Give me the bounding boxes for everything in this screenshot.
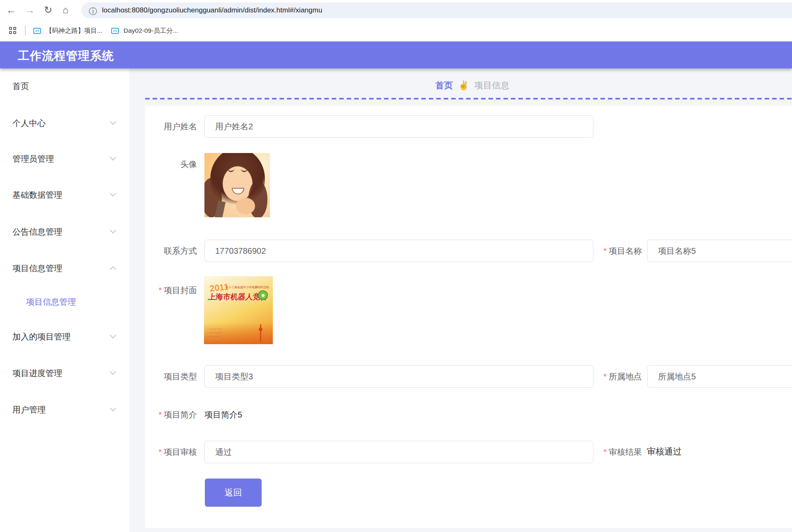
avatar-face: [223, 166, 253, 201]
sidebar-subitem-project-info-active[interactable]: 项目信息管理: [26, 294, 76, 310]
sidebar-item-basic-data[interactable]: 基础数据管理: [0, 187, 129, 203]
review-result-value: 审核通过: [647, 446, 682, 457]
location-label: *所属地点: [595, 371, 642, 382]
required-asterisk: *: [158, 410, 162, 419]
required-asterisk: *: [603, 246, 607, 255]
sidebar-item-admin-management[interactable]: 管理员管理: [0, 151, 129, 167]
intro-value: 项目简介5: [204, 409, 242, 420]
app-title: 工作流程管理系统: [18, 48, 114, 64]
site-info-icon[interactable]: ⓘ: [89, 6, 97, 17]
intro-label: *项目简介: [145, 409, 197, 420]
sidebar-item-project-info[interactable]: 项目信息管理: [0, 260, 129, 277]
reload-icon[interactable]: ↻: [41, 3, 55, 17]
chevron-down-icon: [110, 227, 117, 234]
avatar-hand: [236, 198, 255, 214]
location-input[interactable]: [647, 365, 792, 388]
chevron-down-icon: [110, 405, 117, 412]
required-asterisk: *: [158, 447, 162, 457]
sidebar: 首页 个人中心 管理员管理 基础数据管理 公告信息管理 项目信息管理 项目信息管…: [0, 68, 129, 532]
dashed-divider: [145, 98, 792, 100]
bookmark-item[interactable]: 【码神之路】项目...: [33, 25, 102, 36]
sidebar-item-announcement[interactable]: 公告信息管理: [0, 223, 129, 240]
apps-grid-icon[interactable]: [9, 27, 17, 34]
user-avatar-image: [204, 153, 270, 217]
review-input[interactable]: [204, 441, 593, 463]
bookmarks-separator: [25, 26, 26, 35]
chevron-down-icon: [110, 119, 117, 125]
chevron-down-icon: [110, 332, 117, 339]
review-label: *项目审核: [145, 446, 197, 458]
home-icon[interactable]: ⌂: [58, 3, 73, 17]
project-name-input[interactable]: [647, 240, 792, 262]
cover-label: *项目封面: [145, 284, 197, 296]
required-asterisk: *: [158, 286, 162, 295]
username-input[interactable]: [204, 115, 593, 138]
bilibili-icon: [33, 28, 41, 34]
address-bar[interactable]: ⓘ localhost:8080/gongzuoliuchengguanli/a…: [81, 2, 792, 18]
username-label: 用户姓名: [145, 121, 197, 132]
breadcrumb: 首页 ✌️ 项目信息: [435, 80, 509, 91]
sidebar-item-home[interactable]: 首页: [0, 78, 129, 95]
project-type-label: 项目类型: [145, 371, 197, 382]
contact-label: 联系方式: [145, 245, 197, 257]
bilibili-icon: [111, 28, 119, 34]
poster-subtitle-text: 第十二届全国中小学电脑制作活动: [226, 285, 269, 289]
required-asterisk: *: [603, 372, 607, 381]
project-name-label: *项目名称: [595, 245, 642, 257]
bookmarks-bar: 【码神之路】项目... Day02-09-员工分...: [0, 21, 792, 41]
project-detail-form: 用户姓名 头像 联系方式 *项目名称 *项目封面 2011: [145, 106, 792, 528]
back-icon[interactable]: ←: [4, 3, 18, 17]
poster-tower: [260, 324, 261, 342]
poster-fine-print: ——— ———— —————— —: [209, 327, 222, 338]
contact-input[interactable]: [204, 240, 593, 262]
app-header: 工作流程管理系统: [0, 41, 792, 68]
url-text[interactable]: localhost:8080/gongzuoliuchengguanli/adm…: [102, 6, 322, 15]
chevron-down-icon: [110, 154, 117, 161]
sidebar-item-personal-center[interactable]: 个人中心: [0, 115, 129, 131]
breadcrumb-current: 项目信息: [474, 80, 509, 91]
browser-toolbar: ← → ↻ ⌂ ⓘ localhost:8080/gongzuoliucheng…: [0, 0, 792, 21]
review-result-label: *审核结果: [595, 446, 642, 458]
back-button[interactable]: 返回: [205, 479, 262, 507]
forward-icon[interactable]: →: [23, 3, 37, 17]
bookmark-item[interactable]: Day02-09-员工分...: [111, 25, 178, 36]
project-type-input[interactable]: [204, 365, 593, 388]
required-asterisk: *: [603, 447, 607, 457]
chevron-down-icon: [110, 369, 117, 375]
chevron-down-icon: [110, 190, 117, 197]
main-content: 首页 ✌️ 项目信息 用户姓名 头像 联系方式 *项目名称: [129, 68, 792, 532]
breadcrumb-home-link[interactable]: 首页: [435, 80, 453, 91]
breadcrumb-separator-hand-icon: ✌️: [458, 80, 469, 90]
poster-robot-mascot: [258, 290, 268, 300]
avatar-label: 头像: [145, 158, 197, 170]
sidebar-item-user-management[interactable]: 用户管理: [0, 401, 129, 418]
sidebar-item-project-progress[interactable]: 项目进度管理: [0, 365, 129, 381]
project-cover-image: 2011 第十二届全国中小学电脑制作活动 上海市机器人竞赛 ——— ———— —…: [204, 276, 273, 344]
chevron-up-icon: [110, 266, 117, 273]
sidebar-item-joined-projects[interactable]: 加入的项目管理: [0, 328, 129, 345]
